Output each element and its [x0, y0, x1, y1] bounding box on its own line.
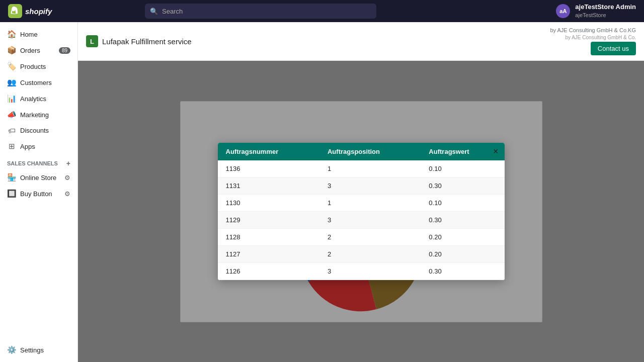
table-cell: 1136 [218, 160, 319, 177]
sidebar-item-online-store[interactable]: 🏪 Online Store ⚙ [0, 169, 77, 186]
col-auftragsposition: Auftragsposition [319, 143, 421, 160]
table-cell: 0.30 [421, 177, 504, 195]
sidebar-item-settings[interactable]: ⚙️ Settings [0, 342, 77, 358]
sidebar-item-buy-button[interactable]: 🔲 Buy Button ⚙ [0, 186, 77, 202]
table-cell: 1127 [218, 246, 319, 263]
sales-channels-title: SALES CHANNELS [7, 160, 58, 166]
table-cell: 1128 [218, 229, 319, 246]
sidebar-label-products: Products [20, 63, 46, 70]
sidebar-item-customers[interactable]: 👥 Customers [0, 74, 77, 90]
table-cell: 2 [319, 229, 421, 246]
app-title-wrap: L Lufapak Fulfillment service [86, 35, 192, 47]
user-store: ajeTestStore [575, 12, 636, 19]
customers-icon: 👥 [7, 78, 16, 87]
contact-us-button[interactable]: Contact us [591, 42, 636, 55]
table-cell: 0.20 [421, 229, 504, 246]
discounts-icon: 🏷 [7, 126, 16, 135]
shopify-logo-icon [8, 4, 22, 18]
orders-table: Auftragsnummer Auftragsposition Auftrags… [218, 143, 505, 280]
sidebar-label-home: Home [20, 31, 38, 38]
search-bar[interactable]: 🔍 [145, 4, 376, 19]
table-cell: 0.10 [421, 195, 504, 212]
table-cell: 0.30 [421, 212, 504, 229]
table-cell: 3 [319, 212, 421, 229]
table-cell: 2 [319, 246, 421, 263]
table-row: 112720.20 [218, 246, 505, 263]
table-cell: 0.10 [421, 160, 504, 177]
online-store-icon: 🏪 [7, 173, 16, 182]
sidebar-bottom: ⚙️ Settings [0, 342, 77, 358]
sidebar-label-customers: Customers [20, 79, 52, 86]
home-icon: 🏠 [7, 30, 16, 39]
add-channel-icon[interactable]: + [66, 159, 70, 167]
shopify-logo[interactable]: shopify [8, 4, 52, 18]
sidebar-label-apps: Apps [20, 143, 35, 150]
sidebar-item-apps[interactable]: ⊞ Apps [0, 138, 77, 154]
nav-right: aA ajeTestStore Admin ajeTestStore [556, 3, 636, 19]
col-auftragswert: Auftragswert [421, 143, 504, 160]
table-cell: 1130 [218, 195, 319, 212]
avatar[interactable]: aA [556, 4, 570, 18]
modal-close-button[interactable]: × [493, 147, 499, 156]
orders-badge: 89 [59, 47, 70, 54]
online-store-settings-icon[interactable]: ⚙ [64, 174, 70, 182]
sidebar-label-discounts: Discounts [20, 127, 49, 134]
col-auftragsnummer: Auftragsnummer [218, 143, 319, 160]
user-info: ajeTestStore Admin ajeTestStore [575, 3, 636, 19]
by-text-short: by AJE Consulting GmbH & Co. [565, 35, 636, 40]
table-body: 113610.10113130.30113010.10112930.301128… [218, 160, 505, 280]
table-row: 112930.30 [218, 212, 505, 229]
sidebar: 🏠 Home 📦 Orders 89 🏷️ Products 👥 Custome… [0, 22, 78, 362]
modal-overlay[interactable]: × Auftragsnummer Auftragsposition Auftra… [78, 61, 644, 362]
table-cell: 1126 [218, 263, 319, 280]
sidebar-item-analytics[interactable]: 📊 Analytics [0, 90, 77, 107]
settings-icon: ⚙️ [7, 345, 16, 354]
sidebar-label-settings: Settings [20, 346, 44, 354]
search-icon: 🔍 [150, 8, 158, 15]
app-header: L Lufapak Fulfillment service by AJE Con… [78, 22, 644, 61]
content-area: 5.26% 21.05% × Auftragsnummer Auftragspo… [78, 61, 644, 362]
search-input[interactable] [145, 4, 376, 19]
main-layout: 🏠 Home 📦 Orders 89 🏷️ Products 👥 Custome… [0, 22, 644, 362]
buy-button-icon: 🔲 [7, 189, 16, 198]
table-row: 113130.30 [218, 177, 505, 195]
table-cell: 1131 [218, 177, 319, 195]
sidebar-item-products[interactable]: 🏷️ Products [0, 58, 77, 74]
sidebar-label-online-store: Online Store [20, 174, 56, 182]
contact-header-wrap: by AJE Consulting GmbH & Co.KG by AJE Co… [550, 27, 636, 55]
app-title: Lufapak Fulfillment service [102, 37, 192, 46]
table-cell: 1 [319, 160, 421, 177]
buy-button-settings-icon[interactable]: ⚙ [64, 190, 70, 198]
app-icon: L [86, 35, 98, 47]
table-row: 113010.10 [218, 195, 505, 212]
products-icon: 🏷️ [7, 62, 16, 71]
shopify-wordmark: shopify [25, 7, 52, 16]
table-cell: 3 [319, 177, 421, 195]
user-name: ajeTestStore Admin [575, 3, 636, 12]
sidebar-label-analytics: Analytics [20, 95, 46, 103]
table-header-row: Auftragsnummer Auftragsposition Auftrags… [218, 143, 505, 160]
table-row: 112630.30 [218, 263, 505, 280]
top-navigation: shopify 🔍 aA ajeTestStore Admin ajeTestS… [0, 0, 644, 22]
analytics-icon: 📊 [7, 94, 16, 103]
main-content: L Lufapak Fulfillment service by AJE Con… [78, 22, 644, 362]
sidebar-label-marketing: Marketing [20, 111, 49, 119]
sidebar-item-home[interactable]: 🏠 Home [0, 26, 77, 42]
sales-channels-section: SALES CHANNELS + [0, 154, 77, 169]
modal-dialog: × Auftragsnummer Auftragsposition Auftra… [218, 143, 505, 280]
table-cell: 3 [319, 263, 421, 280]
sidebar-label-orders: Orders [20, 47, 40, 54]
apps-icon: ⊞ [7, 142, 16, 151]
sidebar-item-discounts[interactable]: 🏷 Discounts [0, 123, 77, 138]
table-row: 113610.10 [218, 160, 505, 177]
table-cell: 1129 [218, 212, 319, 229]
table-header: Auftragsnummer Auftragsposition Auftrags… [218, 143, 505, 160]
table-cell: 0.20 [421, 246, 504, 263]
table-cell: 1 [319, 195, 421, 212]
table-row: 112820.20 [218, 229, 505, 246]
sidebar-item-marketing[interactable]: 📣 Marketing [0, 107, 77, 123]
orders-icon: 📦 [7, 46, 16, 55]
table-cell: 0.30 [421, 263, 504, 280]
by-text: by AJE Consulting GmbH & Co.KG [550, 27, 636, 33]
sidebar-item-orders[interactable]: 📦 Orders 89 [0, 42, 77, 58]
